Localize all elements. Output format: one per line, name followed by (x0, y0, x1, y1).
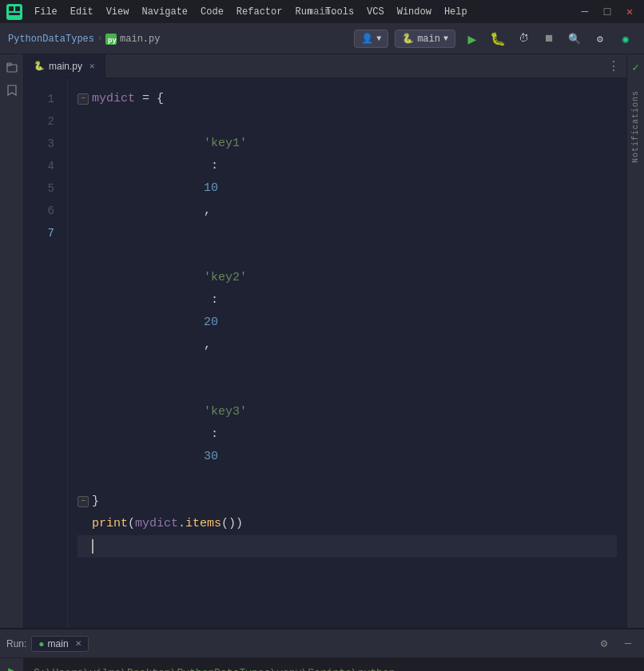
run-config-label: main (417, 34, 440, 45)
tab-python-icon: 🐍 (34, 61, 45, 71)
main-layout: 🐍 main.py ✕ ⋮ 1 2 3 4 5 6 7 − my (0, 54, 644, 628)
menu-edit[interactable]: Edit (65, 5, 99, 19)
breadcrumb-file[interactable]: main.py (120, 34, 160, 45)
svg-rect-0 (6, 4, 22, 20)
maximize-button[interactable]: □ (599, 6, 615, 18)
output-path-text: C:\Users\yilma\Desktop\PythonDataTypes\v… (34, 667, 414, 671)
stop-button[interactable]: ⏹ (539, 29, 559, 50)
breadcrumb-sep: › (97, 34, 102, 43)
run-config-button[interactable]: 🐍 main ▼ (395, 30, 455, 48)
menu-refactor[interactable]: Refactor (231, 5, 288, 19)
output-path-line: C:\Users\yilma\Desktop\PythonDataTypes\v… (34, 665, 634, 671)
editor-tab-main[interactable]: 🐍 main.py ✕ (24, 54, 105, 77)
code-line-5: − } (78, 490, 617, 513)
bottom-panel: Run: ● main ✕ ⚙ ─ ▶ ▲ ▼ ⏹ ↩ ⧖ 🖨 📌 🗑 C:\U… (0, 628, 644, 671)
pycharm-logo-icon (6, 4, 22, 20)
debug-button[interactable]: 🐛 (487, 29, 508, 50)
run-label: Run: (6, 638, 26, 649)
no-errors-icon: ✓ (632, 61, 638, 74)
panel-settings-button[interactable]: ⚙ (594, 634, 614, 653)
menu-code[interactable]: Code (195, 5, 229, 19)
toolbar-actions: ▶ 🐛 ⏱ ⏹ 🔍 ⚙ ◉ (462, 29, 636, 50)
panel-minimize-button[interactable]: ─ (618, 634, 638, 653)
run-button[interactable]: ▶ (462, 29, 483, 50)
run-tab-label: main (48, 638, 69, 649)
user-icon: 👤 (361, 33, 373, 45)
line-numbers: 1 2 3 4 5 6 7 (24, 78, 68, 628)
window-title: main. (308, 6, 336, 18)
pycharm-icon[interactable]: ◉ (615, 29, 636, 50)
run-tab-close[interactable]: ✕ (75, 639, 81, 648)
fold-button-5[interactable]: − (78, 496, 89, 507)
profile-button[interactable]: ⏱ (513, 29, 534, 50)
window-controls: ─ □ ✕ (577, 5, 638, 18)
line-num-3: 3 (24, 133, 61, 155)
code-content[interactable]: − mydict = { 'key1' : 10 , (68, 78, 626, 628)
right-notification-bar: ✓ Notifications (626, 54, 644, 628)
menu-window[interactable]: Window (392, 5, 437, 19)
menu-vcs[interactable]: VCS (361, 5, 390, 19)
svg-rect-3 (9, 13, 20, 15)
line-num-2: 2 (24, 110, 61, 133)
user-chevron-icon: ▼ (376, 34, 381, 43)
line-num-1: 1 (24, 88, 61, 110)
text-cursor (92, 539, 93, 554)
code-var-mydict: mydict (92, 88, 135, 110)
tab-label: main.py (49, 61, 82, 72)
title-bar: File Edit View Navigate Code Refactor Ru… (0, 0, 644, 24)
menu-file[interactable]: File (29, 5, 63, 19)
code-line-4: 'key3' : 30 (78, 379, 617, 490)
python-run-icon: 🐍 (402, 33, 414, 45)
panel-header: Run: ● main ✕ ⚙ ─ (0, 629, 644, 658)
code-line-6: print ( mydict . items () ) (78, 513, 617, 535)
breadcrumb-project[interactable]: PythonDataTypes (8, 34, 94, 45)
panel-output: C:\Users\yilma\Desktop\PythonDataTypes\v… (24, 658, 644, 671)
tab-menu-button[interactable]: ⋮ (601, 58, 626, 74)
line-num-5: 5 (24, 177, 61, 200)
notifications-label: Notifications (631, 90, 640, 163)
svg-text:py: py (108, 37, 117, 45)
line-num-7: 7 (24, 222, 61, 244)
code-line-2: 'key1' : 10 , (78, 110, 617, 244)
fold-button-1[interactable]: − (78, 93, 89, 105)
run-tab-python-icon: ● (38, 638, 44, 649)
settings-button[interactable]: ⚙ (590, 29, 610, 50)
tab-close-button[interactable]: ✕ (89, 61, 95, 71)
panel-run-button[interactable]: ▶ (2, 663, 22, 671)
toolbar: PythonDataTypes › py main.py 👤 ▼ 🐍 main … (0, 24, 644, 54)
run-tab[interactable]: ● main ✕ (31, 636, 88, 652)
sidebar-project-icon[interactable] (2, 58, 22, 78)
breadcrumb: PythonDataTypes › py main.py (8, 34, 160, 45)
user-button[interactable]: 👤 ▼ (354, 30, 388, 48)
code-line-3: 'key2' : 20 , (78, 244, 617, 379)
close-button[interactable]: ✕ (622, 5, 638, 18)
panel-left-sidebar: ▶ ▲ ▼ ⏹ ↩ ⧖ 🖨 📌 🗑 (0, 658, 24, 671)
code-line-7[interactable] (78, 535, 617, 558)
code-line-1: − mydict = { (78, 88, 617, 110)
line-num-6: 6 (24, 200, 61, 222)
run-config-chevron: ▼ (443, 34, 448, 43)
minimize-button[interactable]: ─ (577, 6, 593, 18)
svg-rect-1 (9, 6, 14, 11)
menu-view[interactable]: View (101, 5, 135, 19)
panel-body: ▶ ▲ ▼ ⏹ ↩ ⧖ 🖨 📌 🗑 C:\Users\yilma\Desktop… (0, 658, 644, 671)
search-button[interactable]: 🔍 (564, 29, 585, 50)
editor-area: 🐍 main.py ✕ ⋮ 1 2 3 4 5 6 7 − my (24, 54, 626, 628)
tab-bar: 🐍 main.py ✕ ⋮ (24, 54, 626, 78)
menu-navigate[interactable]: Navigate (136, 5, 193, 19)
left-sidebar (0, 54, 24, 628)
svg-rect-2 (15, 6, 20, 11)
code-editor[interactable]: 1 2 3 4 5 6 7 − mydict = { (24, 78, 626, 628)
menu-help[interactable]: Help (439, 5, 473, 19)
menu-bar: File Edit View Navigate Code Refactor Ru… (29, 5, 577, 19)
sidebar-bookmark-icon[interactable] (2, 80, 22, 101)
line-num-4: 4 (24, 155, 61, 177)
python-file-icon: py (105, 34, 117, 45)
